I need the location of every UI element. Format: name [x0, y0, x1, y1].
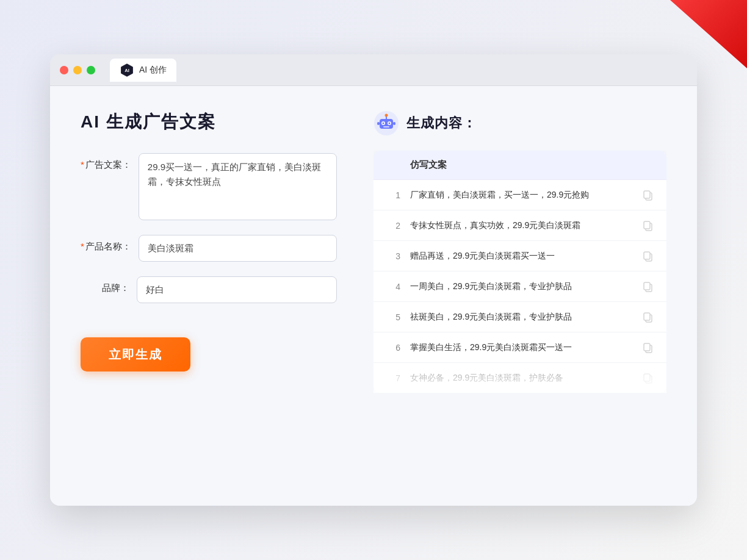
robot-icon	[374, 110, 399, 136]
table-row[interactable]: 1 厂家直销，美白淡斑霜，买一送一，29.9元抢购	[374, 180, 666, 210]
product-name-label: *产品名称：	[81, 235, 131, 253]
row-text: 一周美白，29.9元美白淡斑霜，专业护肤品	[410, 280, 632, 293]
copy-icon[interactable]	[642, 250, 654, 262]
brand-label: 品牌：	[81, 276, 129, 294]
brand-input[interactable]: 好白	[137, 276, 337, 303]
main-content: AI 生成广告文案 *广告文案： 29.9买一送一，真正的厂家直销，美白淡斑霜，…	[50, 86, 697, 506]
result-table: 仿写文案 1 厂家直销，美白淡斑霜，买一送一，29.9元抢购 2 专抹女性斑点，…	[374, 151, 666, 393]
row-number: 2	[386, 221, 400, 231]
right-panel: 生成内容： 仿写文案 1 厂家直销，美白淡斑霜，买一送一，29.9元抢购 2 专…	[374, 110, 666, 481]
row-number: 6	[386, 343, 400, 353]
row-text: 专抹女性斑点，真实功效，29.9元美白淡斑霜	[410, 219, 632, 232]
copy-icon[interactable]	[642, 342, 654, 354]
row-number: 7	[386, 373, 400, 383]
table-row[interactable]: 3 赠品再送，29.9元美白淡斑霜买一送一	[374, 241, 666, 271]
table-row[interactable]: 2 专抹女性斑点，真实功效，29.9元美白淡斑霜	[374, 210, 666, 241]
product-name-required: *	[81, 241, 84, 251]
product-name-group: *产品名称： 美白淡斑霜	[81, 235, 337, 262]
svg-point-7	[389, 123, 391, 124]
row-number: 1	[386, 190, 400, 200]
product-name-input[interactable]: 美白淡斑霜	[139, 235, 337, 262]
row-text: 赠品再送，29.9元美白淡斑霜买一送一	[410, 249, 632, 262]
minimize-button[interactable]	[73, 66, 82, 74]
result-rows-container: 1 厂家直销，美白淡斑霜，买一送一，29.9元抢购 2 专抹女性斑点，真实功效，…	[374, 180, 666, 393]
table-row[interactable]: 4 一周美白，29.9元美白淡斑霜，专业护肤品	[374, 271, 666, 302]
svg-rect-14	[644, 191, 650, 198]
close-button[interactable]	[60, 66, 68, 74]
result-header: 生成内容：	[374, 110, 666, 136]
ad-copy-required: *	[81, 159, 84, 170]
copy-icon[interactable]	[642, 220, 654, 232]
title-bar: AI AI 创作	[50, 54, 697, 86]
ad-copy-input[interactable]: 29.9买一送一，真正的厂家直销，美白淡斑霜，专抹女性斑点	[139, 153, 337, 220]
tab-label: AI 创作	[139, 65, 167, 76]
svg-rect-24	[644, 343, 650, 351]
ad-copy-group: *广告文案： 29.9买一送一，真正的厂家直销，美白淡斑霜，专抹女性斑点	[81, 153, 337, 220]
svg-point-6	[383, 123, 384, 124]
svg-rect-18	[644, 252, 650, 259]
active-tab[interactable]: AI AI 创作	[110, 59, 176, 82]
brand-group: 品牌： 好白	[81, 276, 337, 303]
svg-point-9	[385, 114, 388, 117]
generate-button[interactable]: 立即生成	[81, 337, 190, 372]
svg-rect-16	[644, 221, 650, 229]
copy-icon[interactable]	[642, 281, 654, 293]
row-number: 5	[386, 312, 400, 322]
browser-window: AI AI 创作 AI 生成广告文案 *广告文案： 29.9买一送一，真正的厂家…	[50, 54, 697, 506]
row-number: 3	[386, 251, 400, 261]
table-row[interactable]: 5 祛斑美白，29.9元美白淡斑霜，专业护肤品	[374, 302, 666, 332]
row-text: 掌握美白生活，29.9元美白淡斑霜买一送一	[410, 341, 632, 354]
table-row[interactable]: 7 女神必备，29.9元美白淡斑霜，护肤必备	[374, 363, 666, 393]
result-title: 生成内容：	[406, 114, 477, 132]
row-text: 厂家直销，美白淡斑霜，买一送一，29.9元抢购	[410, 188, 632, 201]
row-text: 女神必备，29.9元美白淡斑霜，护肤必备	[410, 372, 632, 384]
row-number: 4	[386, 282, 400, 292]
maximize-button[interactable]	[87, 66, 95, 74]
row-text: 祛斑美白，29.9元美白淡斑霜，专业护肤品	[410, 311, 632, 323]
table-row[interactable]: 6 掌握美白生活，29.9元美白淡斑霜买一送一	[374, 332, 666, 363]
svg-rect-10	[383, 126, 389, 127]
copy-icon[interactable]	[642, 311, 654, 323]
page-title: AI 生成广告文案	[81, 110, 337, 134]
copy-icon[interactable]	[642, 189, 654, 201]
svg-rect-22	[644, 313, 650, 320]
svg-rect-11	[377, 122, 380, 125]
left-panel: AI 生成广告文案 *广告文案： 29.9买一送一，真正的厂家直销，美白淡斑霜，…	[81, 110, 337, 481]
ad-copy-label: *广告文案：	[81, 153, 131, 171]
svg-rect-20	[644, 282, 650, 290]
ai-tab-icon: AI	[120, 63, 134, 77]
copy-icon[interactable]	[642, 372, 654, 384]
result-table-wrapper: 仿写文案 1 厂家直销，美白淡斑霜，买一送一，29.9元抢购 2 专抹女性斑点，…	[374, 151, 666, 393]
svg-rect-12	[393, 122, 395, 125]
table-header: 仿写文案	[374, 151, 666, 180]
traffic-lights	[60, 66, 95, 74]
svg-text:AI: AI	[125, 68, 129, 73]
svg-rect-26	[644, 374, 650, 381]
